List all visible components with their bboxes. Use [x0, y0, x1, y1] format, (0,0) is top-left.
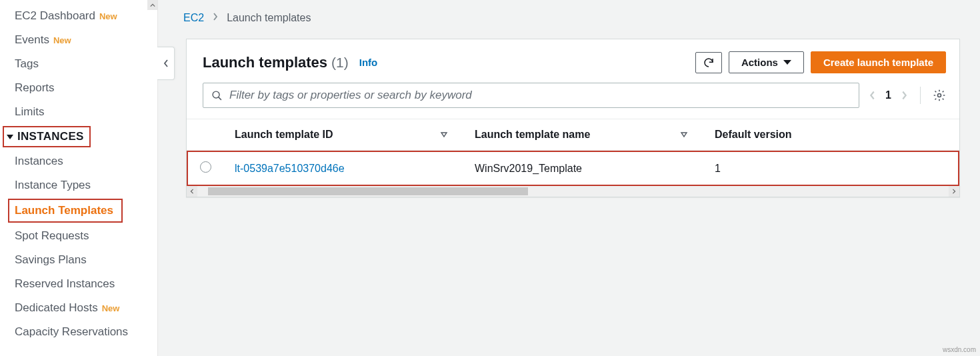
refresh-button[interactable] — [695, 52, 722, 73]
new-badge: New — [53, 35, 71, 45]
sidebar-item-label: Instances — [15, 155, 63, 168]
panel-header: Launch templates (1) Info Actions Create… — [187, 39, 959, 83]
search-field[interactable] — [203, 83, 859, 108]
watermark: wsxdn.com — [943, 346, 976, 353]
sidebar-collapse-button[interactable] — [157, 47, 175, 80]
table-row[interactable]: lt-0539a7e510370d46e WinSrv2019_Template… — [187, 151, 959, 187]
gear-icon — [933, 89, 946, 102]
sidebar-item-instances[interactable]: Instances — [0, 149, 157, 173]
svg-point-2 — [938, 94, 941, 97]
scroll-up-button[interactable] — [147, 0, 157, 10]
sidebar-item-dedicated-hosts[interactable]: Dedicated Hosts New — [0, 296, 157, 320]
sidebar-item-reserved-instances[interactable]: Reserved Instances — [0, 272, 157, 296]
scrollbar-thumb[interactable] — [208, 187, 528, 195]
sidebar-item-label: Events — [15, 33, 49, 47]
sidebar-item-label: Reserved Instances — [15, 277, 115, 291]
svg-line-1 — [219, 97, 221, 99]
sidebar-item-label: Launch Templates — [15, 204, 113, 217]
sidebar-item-label: Reports — [15, 81, 55, 95]
breadcrumb: EC2 Launch templates — [183, 12, 960, 24]
chevron-right-icon — [212, 12, 219, 24]
column-template-id[interactable]: Launch template ID — [224, 119, 464, 151]
new-badge: New — [99, 11, 117, 21]
info-link[interactable]: Info — [359, 57, 378, 68]
sidebar: EC2 Dashboard New Events New Tags Report… — [0, 0, 157, 356]
default-version-cell: 1 — [704, 151, 959, 187]
title-count: (1) — [331, 55, 349, 71]
page-title: Launch templates (1) — [203, 54, 349, 71]
sidebar-item-label: EC2 Dashboard — [15, 9, 95, 23]
sidebar-item-spot-requests[interactable]: Spot Requests — [0, 224, 157, 248]
sidebar-item-capacity-reservations[interactable]: Capacity Reservations — [0, 320, 157, 344]
horizontal-scrollbar[interactable] — [187, 186, 959, 197]
launch-templates-table: Launch template ID Launch template name — [187, 119, 959, 186]
search-icon — [211, 90, 223, 101]
scroll-left-button[interactable] — [187, 186, 197, 197]
sidebar-item-label: Instance Types — [15, 179, 91, 192]
sidebar-item-ec2-dashboard[interactable]: EC2 Dashboard New — [0, 4, 157, 28]
prev-page-button[interactable] — [869, 90, 876, 101]
svg-point-0 — [213, 91, 219, 98]
main-content: EC2 Launch templates Launch templates (1… — [157, 0, 980, 356]
sidebar-item-reports[interactable]: Reports — [0, 76, 157, 100]
refresh-icon — [703, 57, 715, 69]
new-badge: New — [102, 303, 120, 313]
sidebar-item-label: Dedicated Hosts — [15, 301, 98, 315]
sidebar-item-label: Tags — [15, 57, 39, 71]
breadcrumb-root[interactable]: EC2 — [183, 12, 204, 24]
sidebar-item-events[interactable]: Events New — [0, 28, 157, 52]
template-name-cell: WinSrv2019_Template — [464, 151, 704, 187]
actions-label: Actions — [741, 57, 778, 68]
divider — [920, 87, 921, 104]
settings-button[interactable] — [933, 89, 946, 102]
sort-icon — [440, 129, 448, 141]
sidebar-item-label: Limits — [15, 105, 44, 119]
sidebar-item-limits[interactable]: Limits — [0, 100, 157, 124]
row-radio[interactable] — [200, 161, 211, 173]
pagination: 1 — [869, 87, 946, 104]
sidebar-group-instances[interactable]: INSTANCES — [5, 129, 85, 145]
sidebar-item-label: Spot Requests — [15, 229, 89, 243]
sidebar-item-label: Savings Plans — [15, 253, 87, 267]
next-page-button[interactable] — [901, 90, 908, 101]
sidebar-item-tags[interactable]: Tags — [0, 52, 157, 76]
sidebar-item-instance-types[interactable]: Instance Types — [0, 173, 157, 197]
column-default-version[interactable]: Default version — [704, 119, 959, 151]
sidebar-group-label: INSTANCES — [17, 130, 84, 143]
caret-down-icon — [7, 135, 13, 139]
filter-row: 1 — [187, 83, 959, 119]
column-template-name[interactable]: Launch template name — [464, 119, 704, 151]
sidebar-item-savings-plans[interactable]: Savings Plans — [0, 248, 157, 272]
title-text: Launch templates — [203, 54, 327, 71]
create-label: Create launch template — [823, 57, 933, 68]
scroll-right-button[interactable] — [949, 186, 959, 197]
sidebar-item-label: Capacity Reservations — [15, 325, 128, 339]
search-input[interactable] — [229, 89, 851, 102]
sort-icon — [680, 129, 688, 141]
column-select — [187, 119, 224, 151]
sidebar-item-launch-templates[interactable]: Launch Templates — [11, 201, 117, 220]
table-container: Launch template ID Launch template name — [187, 119, 959, 197]
page-number: 1 — [885, 89, 891, 101]
launch-templates-panel: Launch templates (1) Info Actions Create… — [186, 39, 960, 197]
actions-button[interactable]: Actions — [729, 51, 804, 73]
caret-down-icon — [783, 60, 791, 65]
breadcrumb-current: Launch templates — [227, 12, 311, 24]
template-id-link[interactable]: lt-0539a7e510370d46e — [224, 151, 464, 187]
create-launch-template-button[interactable]: Create launch template — [811, 51, 946, 73]
